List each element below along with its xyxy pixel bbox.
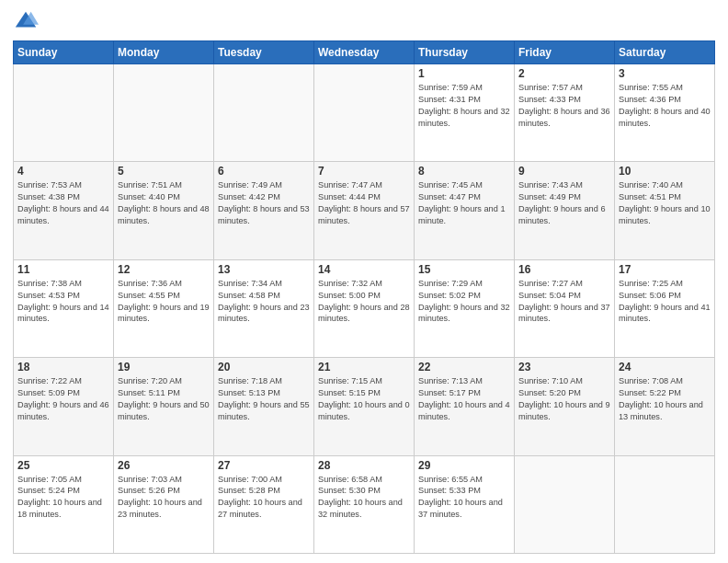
calendar-cell bbox=[114, 64, 214, 162]
calendar-cell: 29Sunrise: 6:55 AMSunset: 5:33 PMDayligh… bbox=[415, 455, 515, 553]
day-number: 14 bbox=[318, 263, 410, 276]
top-section bbox=[13, 9, 715, 35]
day-number: 21 bbox=[318, 361, 410, 373]
day-info: Sunrise: 7:55 AMSunset: 4:36 PMDaylight:… bbox=[619, 82, 711, 130]
week-row-5: 25Sunrise: 7:05 AMSunset: 5:24 PMDayligh… bbox=[14, 455, 715, 553]
day-info: Sunrise: 7:32 AMSunset: 5:00 PMDaylight:… bbox=[318, 278, 410, 326]
calendar-header: SundayMondayTuesdayWednesdayThursdayFrid… bbox=[14, 41, 715, 64]
calendar-cell: 19Sunrise: 7:20 AMSunset: 5:11 PMDayligh… bbox=[114, 358, 214, 455]
calendar-cell: 22Sunrise: 7:13 AMSunset: 5:17 PMDayligh… bbox=[415, 358, 515, 455]
day-info: Sunrise: 7:38 AMSunset: 4:53 PMDaylight:… bbox=[17, 278, 109, 326]
calendar-cell bbox=[14, 64, 114, 162]
logo-icon bbox=[13, 9, 39, 35]
day-info: Sunrise: 7:25 AMSunset: 5:06 PMDaylight:… bbox=[619, 278, 711, 326]
day-number: 27 bbox=[218, 459, 310, 472]
day-number: 18 bbox=[17, 361, 109, 373]
day-number: 2 bbox=[518, 67, 610, 80]
day-info: Sunrise: 7:40 AMSunset: 4:51 PMDaylight:… bbox=[619, 179, 711, 227]
day-info: Sunrise: 7:00 AMSunset: 5:28 PMDaylight:… bbox=[218, 474, 310, 522]
day-number: 13 bbox=[218, 263, 310, 276]
calendar-cell: 8Sunrise: 7:45 AMSunset: 4:47 PMDaylight… bbox=[415, 162, 515, 259]
day-info: Sunrise: 7:49 AMSunset: 4:42 PMDaylight:… bbox=[218, 179, 310, 227]
day-info: Sunrise: 7:15 AMSunset: 5:15 PMDaylight:… bbox=[318, 375, 410, 423]
calendar-cell bbox=[615, 455, 715, 553]
day-number: 6 bbox=[218, 165, 310, 178]
calendar-cell bbox=[515, 455, 615, 553]
day-info: Sunrise: 7:53 AMSunset: 4:38 PMDaylight:… bbox=[17, 179, 109, 227]
calendar-cell: 12Sunrise: 7:36 AMSunset: 4:55 PMDayligh… bbox=[114, 259, 214, 357]
calendar-cell bbox=[314, 64, 415, 162]
day-info: Sunrise: 6:58 AMSunset: 5:30 PMDaylight:… bbox=[318, 474, 410, 522]
calendar-cell: 5Sunrise: 7:51 AMSunset: 4:40 PMDaylight… bbox=[114, 162, 214, 259]
day-number: 10 bbox=[619, 165, 711, 178]
day-info: Sunrise: 7:36 AMSunset: 4:55 PMDaylight:… bbox=[118, 278, 210, 326]
calendar-body: 1Sunrise: 7:59 AMSunset: 4:31 PMDaylight… bbox=[14, 64, 715, 554]
day-info: Sunrise: 7:47 AMSunset: 4:44 PMDaylight:… bbox=[318, 179, 410, 227]
weekday-header-monday: Monday bbox=[114, 41, 214, 64]
calendar-cell: 16Sunrise: 7:27 AMSunset: 5:04 PMDayligh… bbox=[515, 259, 615, 357]
day-number: 16 bbox=[518, 263, 610, 276]
day-info: Sunrise: 6:55 AMSunset: 5:33 PMDaylight:… bbox=[418, 474, 510, 522]
day-number: 25 bbox=[17, 459, 109, 472]
page: SundayMondayTuesdayWednesdayThursdayFrid… bbox=[0, 0, 728, 563]
day-info: Sunrise: 7:59 AMSunset: 4:31 PMDaylight:… bbox=[418, 82, 510, 130]
calendar-cell: 1Sunrise: 7:59 AMSunset: 4:31 PMDaylight… bbox=[415, 64, 515, 162]
day-number: 24 bbox=[619, 361, 711, 373]
day-number: 15 bbox=[418, 263, 510, 276]
calendar-cell: 15Sunrise: 7:29 AMSunset: 5:02 PMDayligh… bbox=[415, 259, 515, 357]
weekday-header-friday: Friday bbox=[515, 41, 615, 64]
calendar-cell: 13Sunrise: 7:34 AMSunset: 4:58 PMDayligh… bbox=[214, 259, 314, 357]
day-number: 7 bbox=[318, 165, 410, 178]
day-number: 29 bbox=[418, 459, 510, 472]
day-number: 23 bbox=[518, 361, 610, 373]
day-number: 8 bbox=[418, 165, 510, 178]
day-info: Sunrise: 7:03 AMSunset: 5:26 PMDaylight:… bbox=[118, 474, 210, 522]
weekday-header-saturday: Saturday bbox=[615, 41, 715, 64]
day-info: Sunrise: 7:05 AMSunset: 5:24 PMDaylight:… bbox=[17, 474, 109, 522]
calendar-cell: 3Sunrise: 7:55 AMSunset: 4:36 PMDaylight… bbox=[615, 64, 715, 162]
calendar-cell bbox=[214, 64, 314, 162]
day-info: Sunrise: 7:51 AMSunset: 4:40 PMDaylight:… bbox=[118, 179, 210, 227]
calendar-cell: 26Sunrise: 7:03 AMSunset: 5:26 PMDayligh… bbox=[114, 455, 214, 553]
day-info: Sunrise: 7:08 AMSunset: 5:22 PMDaylight:… bbox=[619, 375, 711, 423]
day-number: 4 bbox=[17, 165, 109, 178]
day-info: Sunrise: 7:29 AMSunset: 5:02 PMDaylight:… bbox=[418, 278, 510, 326]
week-row-3: 11Sunrise: 7:38 AMSunset: 4:53 PMDayligh… bbox=[14, 259, 715, 357]
weekday-header-sunday: Sunday bbox=[14, 41, 114, 64]
day-info: Sunrise: 7:10 AMSunset: 5:20 PMDaylight:… bbox=[518, 375, 610, 423]
day-number: 5 bbox=[118, 165, 210, 178]
calendar-cell: 27Sunrise: 7:00 AMSunset: 5:28 PMDayligh… bbox=[214, 455, 314, 553]
day-number: 3 bbox=[619, 67, 711, 80]
weekday-header-wednesday: Wednesday bbox=[314, 41, 415, 64]
calendar-cell: 9Sunrise: 7:43 AMSunset: 4:49 PMDaylight… bbox=[515, 162, 615, 259]
calendar-cell: 14Sunrise: 7:32 AMSunset: 5:00 PMDayligh… bbox=[314, 259, 415, 357]
calendar-cell: 7Sunrise: 7:47 AMSunset: 4:44 PMDaylight… bbox=[314, 162, 415, 259]
day-number: 26 bbox=[118, 459, 210, 472]
calendar-cell: 11Sunrise: 7:38 AMSunset: 4:53 PMDayligh… bbox=[14, 259, 114, 357]
calendar-cell: 17Sunrise: 7:25 AMSunset: 5:06 PMDayligh… bbox=[615, 259, 715, 357]
calendar-cell: 6Sunrise: 7:49 AMSunset: 4:42 PMDaylight… bbox=[214, 162, 314, 259]
logo bbox=[13, 9, 42, 35]
day-number: 1 bbox=[418, 67, 510, 80]
week-row-4: 18Sunrise: 7:22 AMSunset: 5:09 PMDayligh… bbox=[14, 358, 715, 455]
day-number: 19 bbox=[118, 361, 210, 373]
week-row-2: 4Sunrise: 7:53 AMSunset: 4:38 PMDaylight… bbox=[14, 162, 715, 259]
calendar-cell: 24Sunrise: 7:08 AMSunset: 5:22 PMDayligh… bbox=[615, 358, 715, 455]
day-number: 11 bbox=[17, 263, 109, 276]
day-number: 20 bbox=[218, 361, 310, 373]
day-number: 22 bbox=[418, 361, 510, 373]
calendar-cell: 21Sunrise: 7:15 AMSunset: 5:15 PMDayligh… bbox=[314, 358, 415, 455]
calendar-cell: 10Sunrise: 7:40 AMSunset: 4:51 PMDayligh… bbox=[615, 162, 715, 259]
calendar-cell: 2Sunrise: 7:57 AMSunset: 4:33 PMDaylight… bbox=[515, 64, 615, 162]
day-number: 28 bbox=[318, 459, 410, 472]
day-info: Sunrise: 7:34 AMSunset: 4:58 PMDaylight:… bbox=[218, 278, 310, 326]
weekday-header-row: SundayMondayTuesdayWednesdayThursdayFrid… bbox=[14, 41, 715, 64]
weekday-header-tuesday: Tuesday bbox=[214, 41, 314, 64]
day-info: Sunrise: 7:27 AMSunset: 5:04 PMDaylight:… bbox=[518, 278, 610, 326]
day-info: Sunrise: 7:43 AMSunset: 4:49 PMDaylight:… bbox=[518, 179, 610, 227]
calendar-cell: 20Sunrise: 7:18 AMSunset: 5:13 PMDayligh… bbox=[214, 358, 314, 455]
calendar-table: SundayMondayTuesdayWednesdayThursdayFrid… bbox=[13, 40, 715, 554]
day-number: 12 bbox=[118, 263, 210, 276]
calendar-cell: 18Sunrise: 7:22 AMSunset: 5:09 PMDayligh… bbox=[14, 358, 114, 455]
calendar-cell: 25Sunrise: 7:05 AMSunset: 5:24 PMDayligh… bbox=[14, 455, 114, 553]
